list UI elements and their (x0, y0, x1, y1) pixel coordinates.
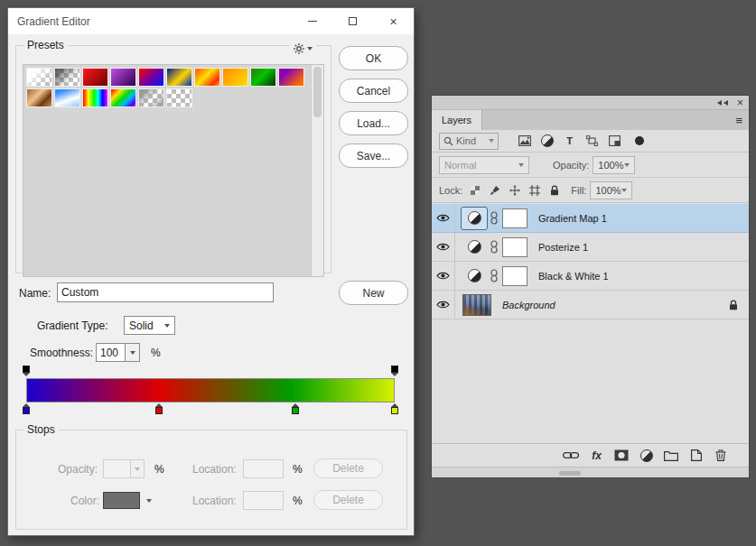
adjustment-layer-icon[interactable] (461, 236, 488, 259)
stop-location-input[interactable] (243, 459, 284, 478)
delete-color-stop-button[interactable]: Delete (313, 490, 383, 510)
filter-smart-objects-icon[interactable] (607, 134, 622, 149)
chevron-down-icon[interactable] (146, 499, 152, 503)
filter-adjustment-layers-icon[interactable] (539, 134, 555, 149)
delete-layer-trash-icon[interactable] (714, 449, 727, 461)
lock-transparent-pixels-icon[interactable] (468, 183, 482, 198)
layers-list: Gradient Map 1Posterize 1Black & White 1… (432, 204, 749, 319)
adjustment-layer-icon[interactable] (461, 207, 488, 230)
panel-menu-icon[interactable]: ≡ (735, 114, 742, 127)
filter-kind-select[interactable]: Kind (439, 133, 499, 150)
preset-swatch-blue-yellow-blue[interactable] (166, 68, 192, 87)
color-stop-marker[interactable] (23, 403, 30, 414)
preset-swatch-spectrum[interactable] (82, 88, 108, 107)
lock-artboard-icon[interactable] (527, 183, 542, 198)
preset-swatch-copper[interactable] (26, 88, 52, 107)
gradient-type-label: Gradient Type: (37, 319, 108, 332)
lock-position-icon[interactable] (508, 183, 522, 198)
chevron-down-icon (489, 139, 494, 143)
new-button[interactable]: New (339, 281, 408, 305)
preset-swatch-white-to-transparent[interactable] (26, 68, 52, 87)
preset-swatch-green-to-dark-green[interactable] (250, 68, 276, 87)
filter-type-layers-icon[interactable]: T (562, 134, 577, 149)
preset-swatch-violet-to-orange[interactable] (278, 68, 304, 87)
layer-row[interactable]: Background (432, 291, 749, 319)
layer-mask-thumbnail[interactable] (502, 208, 527, 228)
ok-button[interactable]: OK (339, 46, 408, 70)
layer-row[interactable]: Posterize 1 (432, 233, 749, 262)
dialog-title-bar[interactable]: Gradient Editor × (8, 8, 414, 34)
layer-mask-thumbnail[interactable] (502, 266, 527, 286)
preset-swatch-orange-yellow-red[interactable] (194, 68, 220, 87)
visibility-eye-icon[interactable] (432, 204, 455, 232)
lock-all-icon[interactable] (547, 183, 562, 198)
minimize-icon[interactable] (292, 8, 332, 34)
new-layer-icon[interactable] (689, 449, 703, 461)
presets-menu-button[interactable] (290, 43, 316, 54)
swatch-gradient (139, 69, 163, 86)
opacity-stop-marker[interactable] (391, 366, 398, 376)
layer-style-fx-icon[interactable]: fx (590, 449, 603, 462)
close-icon[interactable]: × (373, 8, 414, 34)
cancel-button[interactable]: Cancel (339, 79, 408, 103)
color-stop-marker[interactable] (155, 403, 163, 414)
tab-layers[interactable]: Layers (432, 110, 482, 130)
stop-color-swatch[interactable] (103, 492, 140, 509)
panel-scrollbar[interactable] (432, 467, 749, 477)
lock-image-pixels-icon[interactable] (488, 183, 502, 198)
fill-label: Fill: (571, 185, 586, 196)
blend-mode-select[interactable]: Normal (439, 156, 529, 174)
stop-opacity-input[interactable] (103, 459, 145, 478)
smoothness-dropdown-button[interactable] (126, 343, 140, 362)
color-stop-marker[interactable] (391, 403, 398, 414)
smoothness-input[interactable] (96, 343, 140, 362)
preset-swatch-blue-to-white[interactable] (54, 88, 80, 107)
preset-swatch-spectrum-diagonal[interactable] (110, 88, 136, 107)
visibility-eye-icon[interactable] (432, 262, 455, 290)
new-adjustment-layer-icon[interactable] (639, 449, 653, 462)
gradient-type-select[interactable]: Solid (124, 316, 175, 335)
collapse-panel-icon[interactable] (715, 100, 728, 106)
visibility-eye-icon[interactable] (432, 291, 455, 319)
filter-pixel-layers-icon[interactable] (517, 134, 532, 149)
maximize-icon[interactable] (332, 8, 373, 34)
save-button[interactable]: Save... (339, 143, 408, 168)
preset-swatch-red-to-dark-red[interactable] (82, 68, 108, 87)
opacity-stop-marker[interactable] (23, 366, 30, 376)
filter-shape-layers-icon[interactable] (584, 134, 600, 149)
color-stop-marker[interactable] (292, 403, 299, 414)
stop-opacity-value[interactable] (103, 459, 131, 478)
preset-swatch-violet-to-dark-violet[interactable] (110, 68, 136, 87)
add-layer-mask-icon[interactable] (614, 449, 629, 461)
gradient-editor-dialog: Gradient Editor × Presets OK Cancel Load… (7, 7, 415, 536)
swatch-gradient (55, 69, 79, 86)
stop-opacity-dropdown[interactable] (131, 459, 145, 478)
layer-row[interactable]: Gradient Map 1 (432, 204, 749, 233)
scrollbar-handle[interactable] (559, 471, 581, 476)
preset-scrollbar[interactable] (311, 65, 323, 276)
layer-mask-thumbnail[interactable] (502, 237, 527, 257)
swatch-gradient (111, 69, 135, 86)
smoothness-value[interactable] (96, 343, 126, 362)
adjustment-layer-icon[interactable] (461, 264, 488, 288)
opacity-select[interactable]: 100% (593, 156, 635, 174)
delete-opacity-stop-button[interactable]: Delete (313, 458, 383, 478)
gradient-bar[interactable] (26, 378, 395, 403)
new-group-icon[interactable] (664, 450, 678, 461)
preset-swatch-red-to-blue[interactable] (138, 68, 164, 87)
stop-location-input[interactable] (243, 491, 284, 510)
gradient-name-input[interactable] (57, 282, 274, 302)
preset-swatch-orange-to-yellow[interactable] (222, 68, 248, 87)
layer-row[interactable]: Black & White 1 (432, 262, 749, 291)
load-button[interactable]: Load... (339, 111, 408, 135)
link-layers-icon[interactable] (563, 451, 579, 459)
close-panel-icon[interactable]: × (737, 97, 743, 108)
filtering-toggle-icon[interactable] (635, 136, 644, 145)
layer-thumbnail[interactable] (462, 294, 491, 316)
preset-swatch-transparent[interactable] (166, 88, 192, 107)
fill-select[interactable]: 100% (590, 181, 632, 199)
preset-swatch-black-to-transparent[interactable] (54, 68, 80, 87)
preset-swatch-gray-to-transparent[interactable] (138, 88, 164, 107)
scrollbar-handle[interactable] (313, 67, 322, 117)
visibility-eye-icon[interactable] (432, 233, 455, 261)
